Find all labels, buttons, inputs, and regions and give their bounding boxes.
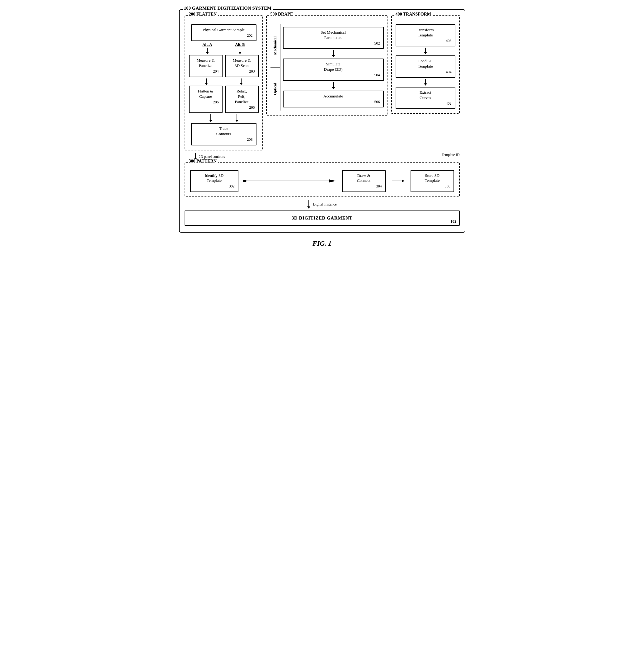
template-id-label: Template ID — [442, 153, 460, 157]
digitized-garment-label: 3D DIGITIZED GARMENT — [292, 215, 352, 221]
node-identify-3d: Identify 3D Template 302 — [190, 170, 238, 192]
flatten-label: 200 FLATTEN — [188, 12, 218, 17]
svg-marker-4 — [402, 179, 404, 182]
node-load-3d-template: Load 3D Template 404 — [396, 55, 456, 78]
pattern-connector-line — [245, 178, 336, 184]
node-measure-3d: Measure & 3D Scan 203 — [225, 55, 259, 77]
node-set-mechanical: Set Mechanical Parameters 502 — [283, 27, 384, 49]
figure-label: FIG. 1 — [313, 240, 331, 247]
pattern-label: 300 PATTERN — [188, 159, 218, 164]
svg-marker-2 — [329, 179, 336, 182]
transform-subsystem: 400 TRANSFORM Transform Template 406 Loa… — [391, 15, 460, 114]
node-flatten-capture: Flatten & Capture 206 — [189, 86, 222, 113]
flatten-subsystem: 200 FLATTEN Physical Garment Sample 202 … — [185, 15, 263, 150]
transform-label: 400 TRANSFORM — [394, 12, 432, 17]
digital-instance-label: Digital Instance — [313, 202, 336, 207]
node-extract-curves: Extract Curves 402 — [396, 87, 456, 109]
node-transform-template: Transform Template 406 — [396, 24, 456, 46]
digitized-garment-box: 3D DIGITIZED GARMENT 102 — [185, 211, 460, 226]
optical-label: Optical — [273, 83, 278, 95]
node-store-3d: Store 3D Template 306 — [411, 170, 454, 192]
mechanical-label: Mechanical — [273, 36, 278, 55]
node-simulate-drape: Simulate Drape (3D) 504 — [283, 59, 384, 81]
svg-point-1 — [243, 180, 247, 182]
digitized-garment-num: 102 — [450, 219, 457, 224]
draw-store-connector — [392, 178, 404, 184]
pattern-subsystem: 300 PATTERN Identify 3D Template 302 Dra… — [185, 162, 460, 197]
drape-subsystem: 500 DRAPE Mechanical Optical — [266, 15, 388, 115]
node-trace-contours: Trace Contours 208 — [191, 123, 257, 145]
panel-contours-label: 2D panel contours — [199, 155, 225, 159]
node-measure-panelize: Measure & Panelize 204 — [189, 55, 222, 77]
drape-label: 500 DRAPE — [269, 12, 295, 17]
node-accumulate: Accumulate 506 — [283, 91, 384, 108]
node-relax-pelt: Relax, Pelt, Panelize 205 — [225, 86, 259, 113]
alt-a-label: Alt. A — [202, 42, 212, 47]
alt-b-label: Alt. B — [235, 42, 245, 47]
node-physical-garment: Physical Garment Sample 202 — [191, 24, 257, 41]
system-title: 100 GARMENT DIGITIZATION SYSTEM — [183, 5, 273, 11]
system-container: 100 GARMENT DIGITIZATION SYSTEM 200 FLAT… — [179, 9, 465, 233]
node-draw-connect: Draw & Connect 304 — [342, 170, 386, 192]
